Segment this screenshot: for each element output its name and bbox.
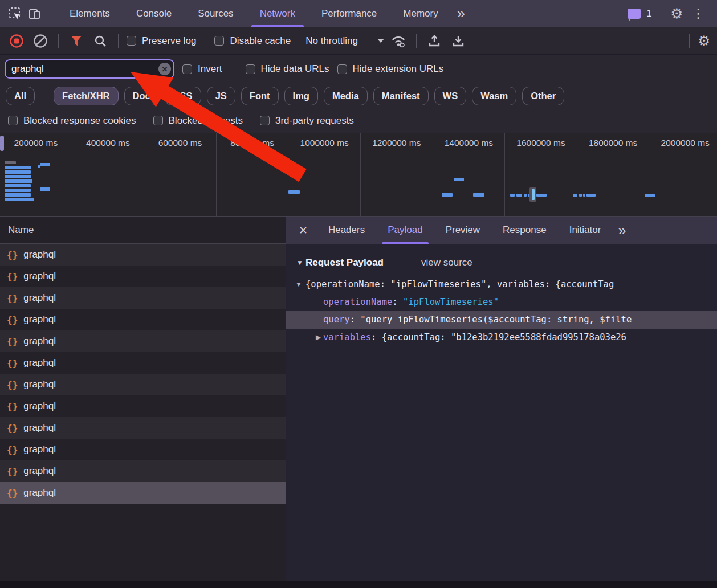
checkbox-box[interactable] xyxy=(337,64,347,74)
details-tab-headers[interactable]: Headers xyxy=(317,217,376,244)
request-row[interactable]: {}graphql xyxy=(0,460,286,482)
filter-chip-manifest[interactable]: Manifest xyxy=(373,87,429,105)
tab-network[interactable]: Network xyxy=(247,0,308,27)
timeline-request-bar[interactable] xyxy=(532,189,535,200)
more-details-tabs-icon[interactable]: » xyxy=(612,223,632,238)
request-row[interactable]: {}graphql xyxy=(0,287,286,309)
payload-line[interactable]: query: "query ipFlowTimeseries($accountT… xyxy=(286,311,717,329)
timeline-request-bar[interactable] xyxy=(5,189,31,192)
timeline-request-bar[interactable] xyxy=(40,187,50,191)
timeline-request-bar[interactable] xyxy=(473,193,484,197)
filter-chip-js[interactable]: JS xyxy=(207,87,235,105)
checkbox-box[interactable] xyxy=(246,64,255,74)
tab-sources[interactable]: Sources xyxy=(185,0,246,27)
filter-chip-font[interactable]: Font xyxy=(241,87,279,105)
timeline-request-bar[interactable] xyxy=(536,194,547,197)
checkbox-box[interactable] xyxy=(214,36,224,46)
request-row[interactable]: {}graphql xyxy=(0,374,286,395)
kebab-menu-icon[interactable]: ⋮ xyxy=(689,7,708,20)
more-tabs-icon[interactable]: » xyxy=(451,6,471,21)
details-tab-initiator[interactable]: Initiator xyxy=(558,217,613,244)
request-row[interactable]: {}graphql xyxy=(0,309,286,330)
filter-funnel-icon[interactable] xyxy=(67,31,86,51)
filter-chip-fetch-xhr[interactable]: Fetch/XHR xyxy=(54,87,118,105)
tab-memory[interactable]: Memory xyxy=(390,0,451,27)
request-row[interactable]: {}graphql xyxy=(0,417,286,439)
request-row[interactable]: {}graphql xyxy=(0,244,286,266)
timeline-request-bar[interactable] xyxy=(583,194,585,197)
details-tab-payload[interactable]: Payload xyxy=(376,217,434,244)
request-row[interactable]: {}graphql xyxy=(0,395,286,417)
requests-column-header[interactable]: Name xyxy=(0,217,286,244)
blocked-requests-checkbox[interactable]: Blocked requests xyxy=(153,115,243,126)
payload-line[interactable]: ▶variables: {accountTag: "b12e3b2192ee55… xyxy=(286,329,717,346)
throttling-dropdown[interactable]: No throttling xyxy=(305,35,384,47)
filter-chip-doc[interactable]: Doc xyxy=(124,87,159,105)
filter-chip-wasm[interactable]: Wasm xyxy=(472,87,516,105)
view-source-link[interactable]: view source xyxy=(421,257,472,268)
tree-collapsed-icon[interactable]: ▶ xyxy=(316,329,321,346)
timeline-request-bar[interactable] xyxy=(524,194,527,197)
timeline-request-bar[interactable] xyxy=(5,175,31,178)
timeline-request-bar[interactable] xyxy=(0,136,4,151)
timeline-request-bar[interactable] xyxy=(510,194,515,197)
checkbox-box[interactable] xyxy=(260,116,270,125)
disable-cache-checkbox[interactable]: Disable cache xyxy=(214,35,291,47)
search-icon[interactable] xyxy=(91,31,110,51)
timeline-request-bar[interactable] xyxy=(573,194,577,197)
issues-bubble-icon[interactable] xyxy=(628,9,641,19)
tab-performance[interactable]: Performance xyxy=(308,0,390,27)
filter-chip-ws[interactable]: WS xyxy=(434,87,467,105)
checkbox-box[interactable] xyxy=(8,116,18,125)
request-row[interactable]: {}graphql xyxy=(0,482,286,504)
network-settings-gear-icon[interactable]: ⚙ xyxy=(698,34,710,48)
timeline-request-bar[interactable] xyxy=(40,163,50,166)
clear-network-log-icon[interactable] xyxy=(31,31,50,51)
filter-chip-css[interactable]: CSS xyxy=(165,87,201,105)
request-row[interactable]: {}graphql xyxy=(0,439,286,460)
timeline-request-bar[interactable] xyxy=(454,178,464,181)
timeline-request-bar[interactable] xyxy=(5,170,31,174)
settings-gear-icon[interactable]: ⚙ xyxy=(670,7,683,21)
timeline-request-bar[interactable] xyxy=(516,194,522,197)
filter-chip-other[interactable]: Other xyxy=(522,87,564,105)
tab-elements[interactable]: Elements xyxy=(56,0,123,27)
timeline-request-bar[interactable] xyxy=(5,161,16,164)
blocked-response-cookies-checkbox[interactable]: Blocked response cookies xyxy=(8,115,136,126)
checkbox-box[interactable] xyxy=(182,64,192,74)
payload-line[interactable]: operationName: "ipFlowTimeseries" xyxy=(286,293,717,311)
timeline-request-bar[interactable] xyxy=(5,179,32,183)
details-tab-response[interactable]: Response xyxy=(491,217,558,244)
close-details-icon[interactable]: ✕ xyxy=(290,224,317,237)
invert-checkbox[interactable]: Invert xyxy=(182,63,222,75)
section-expanded-icon[interactable]: ▼ xyxy=(296,259,305,267)
record-network-log-icon[interactable] xyxy=(7,31,26,51)
network-conditions-icon[interactable] xyxy=(389,31,408,51)
timeline-request-bar[interactable] xyxy=(5,166,31,169)
request-payload-section[interactable]: ▼ Request Payload view source xyxy=(286,253,717,272)
tree-expanded-icon[interactable]: ▼ xyxy=(295,276,302,293)
request-row[interactable]: {}graphql xyxy=(0,266,286,287)
timeline-request-bar[interactable] xyxy=(5,193,31,197)
network-overview-timeline[interactable]: 200000 ms400000 ms600000 ms800000 ms1000… xyxy=(0,133,717,217)
inspect-element-icon[interactable] xyxy=(6,4,25,23)
issues-count[interactable]: 1 xyxy=(646,8,651,19)
timeline-request-bar[interactable] xyxy=(5,198,34,201)
details-tab-preview[interactable]: Preview xyxy=(434,217,491,244)
import-har-icon[interactable] xyxy=(425,31,444,51)
timeline-request-bar[interactable] xyxy=(442,193,453,197)
timeline-request-bar[interactable] xyxy=(288,190,300,194)
payload-line[interactable]: ▼{operationName: "ipFlowTimeseries", var… xyxy=(286,276,717,293)
checkbox-box[interactable] xyxy=(153,116,163,125)
request-row[interactable]: {}graphql xyxy=(0,330,286,352)
filter-chip-img[interactable]: Img xyxy=(284,87,318,105)
filter-input[interactable] xyxy=(5,59,174,79)
request-row[interactable]: {}graphql xyxy=(0,352,286,374)
filter-chip-all[interactable]: All xyxy=(6,87,35,105)
tab-console[interactable]: Console xyxy=(123,0,185,27)
3rd-party-requests-checkbox[interactable]: 3rd-party requests xyxy=(260,115,354,126)
hide-data-urls-checkbox[interactable]: Hide data URLs xyxy=(246,63,329,75)
timeline-request-bar[interactable] xyxy=(5,184,31,187)
timeline-request-bar[interactable] xyxy=(645,194,655,197)
device-toolbar-icon[interactable] xyxy=(25,4,44,23)
